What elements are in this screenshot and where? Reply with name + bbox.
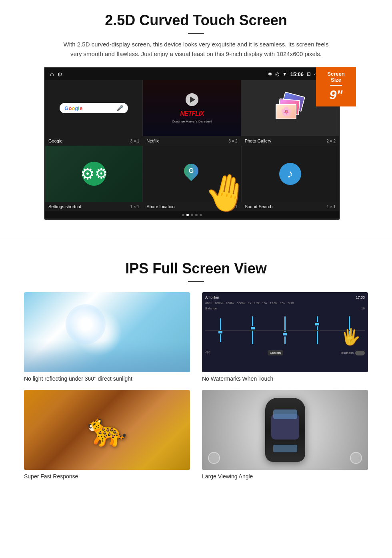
app-label-photo: Photo Gallery 2 × 2 <box>242 138 339 144</box>
section2-title: IPS Full Screen View <box>24 260 368 277</box>
photo-item-flower: 🌸 <box>276 104 296 119</box>
feature-grid: No light reflecting under 360° direct su… <box>24 292 368 480</box>
eq-title-text: Amplifier <box>205 295 219 299</box>
badge-divider <box>330 85 342 86</box>
car-image <box>202 390 368 470</box>
app-label-row-2: Settings shortcut 1 × 1 Share location 1… <box>45 202 339 211</box>
feature-equalizer: Amplifier 17:33 60hz100hz200hz500hz1k2.5… <box>202 292 368 382</box>
photo-label: Photo Gallery <box>245 138 272 143</box>
sound-label: Sound Search <box>245 204 273 209</box>
settings-content: ⚙ <box>45 146 142 202</box>
app-label-row-1: Google 3 × 1 Netflix 3 × 2 Photo Gallery… <box>45 136 339 146</box>
netflix-subtitle: Continue Marvel's Daredevil <box>172 120 212 123</box>
eq-back-icon[interactable]: ◁◁ <box>205 350 210 355</box>
cheetah-image: 🐆 <box>24 390 190 470</box>
settings-label: Settings shortcut <box>48 204 81 209</box>
eq-header: Amplifier 17:33 <box>205 295 365 299</box>
badge-size-value: 9" <box>330 88 343 102</box>
device-mockup: Screen Size 9" ⌂ ψ ✱ ◎ ▼ 15:06 ⊡ ◁) ✗ <box>44 67 348 220</box>
feature-sunlight: No light reflecting under 360° direct su… <box>24 292 190 382</box>
section1-description: With 2.5D curved-display screen, this de… <box>60 40 332 59</box>
loudness-toggle[interactable] <box>355 351 365 355</box>
equalizer-image: Amplifier 17:33 60hz100hz200hz500hz1k2.5… <box>202 292 368 372</box>
app-grid-row2: ⚙ G 🤚 <box>45 146 339 202</box>
hand-gesture-icon: 🤚 <box>200 168 252 217</box>
home-icon[interactable]: ⌂ <box>50 70 54 78</box>
status-time: 15:06 <box>290 71 304 77</box>
bluetooth-icon: ✱ <box>268 71 272 77</box>
play-triangle-icon <box>190 96 195 103</box>
app-cell-netflix[interactable]: NETFLIX Continue Marvel's Daredevil <box>143 80 240 136</box>
netflix-size: 3 × 2 <box>228 139 238 143</box>
settings-gear-icon: ⚙ <box>82 162 106 186</box>
screen-size-badge: Screen Size 9" <box>316 67 356 106</box>
eq-loudness-control: loudness <box>341 350 365 355</box>
feature-cheetah: 🐆 Super Fast Response <box>24 390 190 480</box>
section-curved-screen: 2.5D Curved Touch Screen With 2.5D curve… <box>0 0 392 228</box>
status-bar: ⌂ ψ ✱ ◎ ▼ 15:06 ⊡ ◁) ✗ ▭ <box>45 68 339 80</box>
sunlight-visual <box>24 292 190 372</box>
sunlight-caption: No light reflecting under 360° direct su… <box>24 375 190 382</box>
section-divider-line <box>0 240 392 240</box>
eq-freq-labels: 60hz100hz200hz500hz1k2.5k10k12.5k15kSUB <box>205 301 365 305</box>
app-cell-google[interactable]: Google 🎤 <box>45 80 142 136</box>
share-label: Share location <box>146 204 174 209</box>
cheetah-caption: Super Fast Response <box>24 473 190 480</box>
dot-4[interactable] <box>195 214 198 216</box>
eq-time-text: 17:33 <box>356 295 365 299</box>
google-logo: Google <box>64 105 82 111</box>
music-note-symbol: ♪ <box>287 167 293 181</box>
google-size: 3 × 1 <box>130 139 140 143</box>
wifi-icon: ▼ <box>282 71 287 77</box>
cheetah-visual: 🐆 <box>24 390 190 470</box>
dot-2[interactable] <box>186 214 189 216</box>
dot-3[interactable] <box>191 214 193 216</box>
netflix-logo: NETFLIX <box>180 110 204 117</box>
app-label-netflix: Netflix 3 × 2 <box>143 138 240 144</box>
car-visual <box>202 390 368 470</box>
app-cell-settings[interactable]: ⚙ <box>45 146 142 202</box>
hand-touch-icon: 🖐 <box>341 327 361 346</box>
app-cell-sound-search[interactable]: ♪ <box>242 146 339 202</box>
car-rear-window <box>273 445 297 452</box>
app-label-sound: Sound Search 1 × 1 <box>242 203 339 210</box>
photo-stack: 🌸 <box>274 92 306 124</box>
maps-pin-icon: G <box>184 164 200 184</box>
dot-1[interactable] <box>182 214 184 216</box>
google-search-bar[interactable]: Google 🎤 <box>60 103 128 113</box>
eq-bottom-controls: ◁◁ Custom loudness <box>205 350 365 355</box>
section1-title: 2.5D Curved Touch Screen <box>24 12 368 29</box>
car-windshield <box>273 409 297 419</box>
location-icon: ◎ <box>275 71 279 77</box>
sound-size: 1 × 1 <box>326 205 336 209</box>
eq-bars-container: 🖐 <box>205 310 365 348</box>
pagination-dots <box>45 211 339 219</box>
google-mic-icon[interactable]: 🎤 <box>116 105 123 111</box>
car-caption: Large Viewing Angle <box>202 473 368 480</box>
eq-custom-button[interactable]: Custom <box>268 350 284 355</box>
equalizer-caption: No Watermarks When Touch <box>202 375 368 382</box>
app-label-settings: Settings shortcut 1 × 1 <box>45 203 142 210</box>
netflix-play-button[interactable] <box>186 93 198 106</box>
netflix-label: Netflix <box>146 138 159 143</box>
badge-title-text: Screen Size <box>322 71 350 83</box>
car-wheel-fr <box>350 452 362 464</box>
eq-db-labels: Balance10 <box>205 307 365 310</box>
app-cell-share-location[interactable]: G 🤚 <box>143 146 240 202</box>
sunlight-image <box>24 292 190 372</box>
usb-icon: ψ <box>58 71 62 77</box>
android-screen: ⌂ ψ ✱ ◎ ▼ 15:06 ⊡ ◁) ✗ ▭ <box>44 67 340 220</box>
title-divider <box>188 33 204 34</box>
google-content: Google 🎤 <box>45 80 142 136</box>
settings-size: 1 × 1 <box>130 205 140 209</box>
sound-search-content: ♪ <box>242 146 339 202</box>
feature-car: Large Viewing Angle <box>202 390 368 480</box>
car-top-view <box>265 398 305 462</box>
music-note-icon: ♪ <box>279 163 301 185</box>
dot-5[interactable] <box>200 214 202 216</box>
app-label-google: Google 3 × 1 <box>45 138 142 144</box>
camera-icon: ⊡ <box>307 71 311 77</box>
section2-divider <box>188 281 204 282</box>
equalizer-visual: Amplifier 17:33 60hz100hz200hz500hz1k2.5… <box>202 292 368 372</box>
google-label: Google <box>48 138 62 143</box>
